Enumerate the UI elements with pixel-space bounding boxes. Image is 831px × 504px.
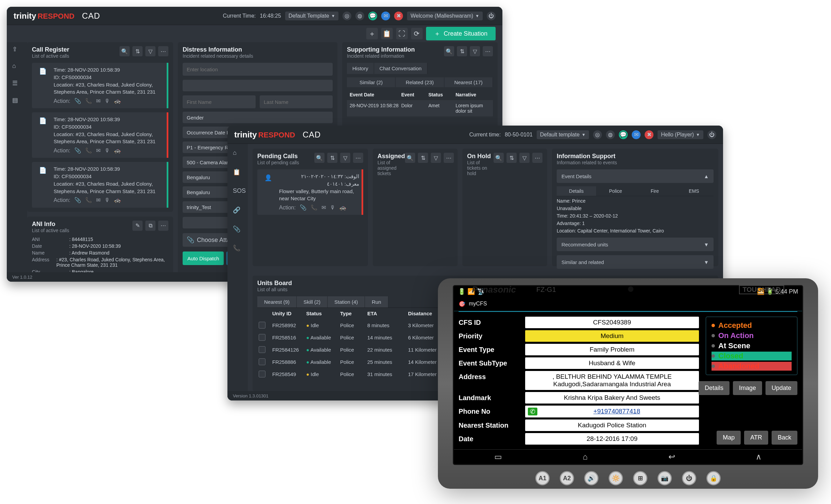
sort-icon[interactable]: ⇅ — [418, 153, 428, 163]
phone-icon[interactable]: 📞 — [233, 244, 242, 254]
filter-icon[interactable]: ▽ — [340, 153, 350, 163]
power-icon[interactable]: ⏻ — [487, 12, 496, 20]
copy-icon[interactable]: ⧉ — [145, 221, 155, 231]
expand-icon[interactable]: ∧ — [756, 452, 762, 462]
filter-icon[interactable]: ▽ — [470, 46, 480, 56]
filter-icon[interactable]: ▽ — [145, 46, 155, 56]
power-icon[interactable]: ⏻ — [707, 130, 716, 139]
globe-icon[interactable]: ◍ — [606, 130, 615, 139]
filter-icon[interactable]: ▽ — [519, 153, 530, 163]
pending-card[interactable]: 👤 الوقت: ١٤:٣٢ - ٢٠٢٠-٠٢-٢١ معرف: ٤٠١٤٠١… — [257, 169, 363, 215]
tab-fire[interactable]: Fire — [635, 186, 675, 196]
edit-icon[interactable]: ✎ — [132, 221, 143, 231]
hw-a1[interactable]: A1 — [535, 471, 550, 485]
attach-icon[interactable]: 📎 — [74, 147, 81, 154]
row-checkbox[interactable] — [259, 346, 265, 353]
image-button[interactable]: Image — [733, 381, 762, 395]
subtab-related[interactable]: Related (23) — [395, 77, 444, 87]
mic-icon[interactable]: 🎙 — [105, 147, 110, 154]
sort-icon[interactable]: ⇅ — [132, 46, 143, 56]
tab-police[interactable]: Police — [596, 186, 635, 196]
row-checkbox[interactable] — [259, 334, 265, 341]
phone-icon[interactable]: 📞 — [85, 196, 92, 204]
sort-icon[interactable]: ⇅ — [457, 46, 467, 56]
map-button[interactable]: Map — [717, 431, 741, 445]
utab-run[interactable]: Run — [365, 296, 388, 307]
utab-station[interactable]: Station (4) — [328, 296, 365, 307]
table-row[interactable]: 28-NOV-2019 10:58:28 Dolor Amet Lorem ip… — [347, 100, 493, 116]
share-icon[interactable]: ⇪ — [12, 45, 22, 55]
template-dropdown[interactable]: Default Template ▼ — [285, 12, 339, 20]
auto-dispatch-button[interactable]: Auto Dispatch — [183, 251, 224, 265]
sort-icon[interactable]: ⇅ — [327, 153, 337, 163]
more-icon[interactable]: ⋯ — [532, 153, 542, 163]
hw-lock[interactable]: 🔒 — [706, 471, 721, 485]
bell-icon[interactable]: ✉ — [632, 130, 641, 139]
mail-icon[interactable]: ✉ — [96, 97, 100, 105]
tab-history[interactable]: History — [347, 63, 374, 74]
first-name-input[interactable] — [183, 95, 256, 108]
utab-nearest[interactable]: Nearest (9) — [257, 296, 297, 307]
call-card[interactable]: 📄 Time: 28-NOV-2020 10:58:39 ID: CFS0000… — [32, 63, 168, 108]
similar-related-accordion[interactable]: Similar and related ▼ — [557, 255, 714, 269]
hw-camera[interactable]: 📷 — [658, 471, 672, 485]
mic-icon[interactable]: 🎙 — [105, 196, 110, 204]
sos-icon[interactable]: SOS — [233, 187, 242, 197]
bell-icon[interactable]: ✉ — [381, 12, 390, 20]
refresh-button[interactable]: ⟳ — [411, 28, 423, 39]
attach-icon[interactable]: 📎 — [74, 196, 81, 204]
status-closed[interactable]: Closed — [712, 352, 792, 360]
last-name-input[interactable] — [260, 95, 333, 108]
document-icon[interactable]: ☰ — [12, 79, 22, 89]
add-button[interactable]: ＋ — [366, 28, 378, 39]
recent-icon[interactable]: ▭ — [494, 452, 502, 462]
home-icon[interactable]: ⌂ — [233, 149, 242, 159]
status-accepted[interactable]: Accepted — [712, 321, 792, 330]
more-icon[interactable]: ⋯ — [158, 46, 168, 56]
attach-icon[interactable]: 📎 — [300, 204, 307, 211]
event-details-accordion[interactable]: Event Details ▲ — [557, 169, 714, 183]
car-icon[interactable]: 🚓 — [339, 204, 346, 211]
update-button[interactable]: Update — [765, 381, 797, 395]
layers-icon[interactable]: ▤ — [12, 96, 22, 106]
attach-icon[interactable]: 📎 — [233, 225, 242, 235]
call-card[interactable]: 📄 Time: 28-NOV-2020 10:58:39 ID: CFS0000… — [32, 162, 168, 207]
document-icon[interactable]: 📋 — [233, 168, 242, 178]
gender-select[interactable]: Gender — [183, 112, 333, 123]
mail-icon[interactable]: ✉ — [96, 147, 100, 154]
hw-volume[interactable]: 🔊 — [584, 471, 598, 485]
phone-link[interactable]: +919740877418 — [593, 408, 640, 415]
hw-power[interactable]: ⏻ — [682, 471, 696, 485]
search-icon[interactable]: 🔍 — [314, 153, 325, 163]
location-icon[interactable]: ◎ — [343, 12, 351, 20]
mic-icon[interactable]: 🎙 — [105, 97, 110, 105]
car-icon[interactable]: 🚓 — [114, 147, 121, 154]
status-abandoned[interactable]: Abandoned — [712, 362, 792, 371]
alert-icon[interactable]: ✖ — [394, 12, 403, 20]
call-card[interactable]: 📄 Time: 28-NOV-2020 10:58:39 ID: CFS0000… — [32, 112, 168, 158]
blank-input[interactable] — [183, 80, 333, 91]
attach-icon[interactable]: 📎 — [74, 97, 81, 105]
phone-icon[interactable]: 📞 — [311, 204, 317, 211]
chat-icon[interactable]: 💬 — [368, 12, 377, 20]
details-button[interactable]: Details — [699, 381, 730, 395]
row-checkbox[interactable] — [259, 358, 265, 365]
mail-icon[interactable]: ✉ — [321, 204, 326, 211]
more-icon[interactable]: ⋯ — [158, 221, 168, 231]
mail-icon[interactable]: ✉ — [96, 196, 100, 204]
focus-button[interactable]: ⛶ — [396, 28, 408, 39]
clipboard-button[interactable]: 📋 — [381, 28, 393, 39]
location-input[interactable] — [183, 63, 333, 76]
back-icon[interactable]: ↩ — [668, 452, 675, 462]
home-icon[interactable]: ⌂ — [583, 452, 588, 462]
create-situation-button[interactable]: ＋ Create Situation — [426, 27, 496, 40]
close-icon[interactable]: ✖ — [645, 130, 653, 139]
car-icon[interactable]: 🚓 — [114, 97, 121, 105]
atr-button[interactable]: ATR — [744, 431, 768, 445]
search-icon[interactable]: 🔍 — [119, 46, 130, 56]
phone-icon[interactable]: 📞 — [85, 97, 92, 105]
user-dropdown[interactable]: Hello (Player) ▼ — [658, 130, 703, 139]
subtab-similar[interactable]: Similar (2) — [347, 77, 395, 87]
tab-ems[interactable]: EMS — [675, 186, 714, 196]
search-icon[interactable]: 🔍 — [444, 46, 454, 56]
